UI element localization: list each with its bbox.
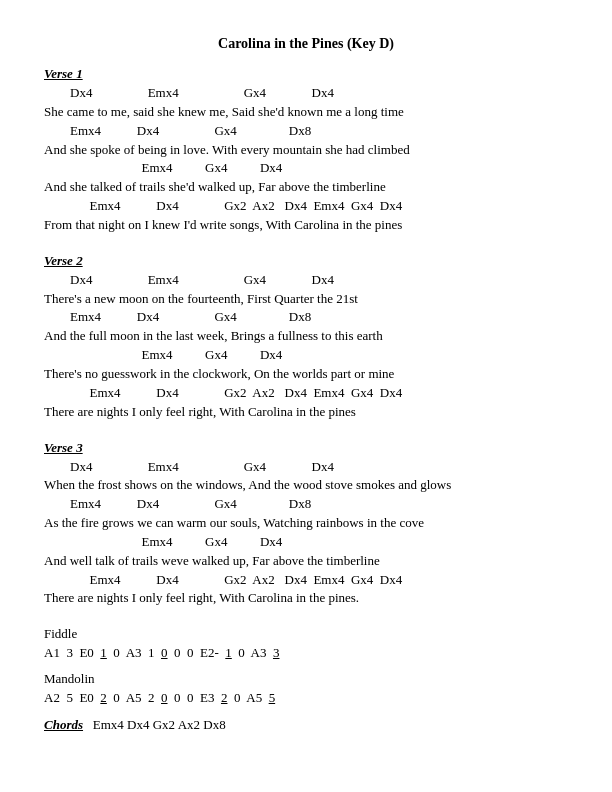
verse-1-line-6: Emx4 Dx4 Gx2 Ax2 Dx4 Emx4 Gx4 Dx4 [44, 197, 568, 216]
verse-2-line-4: Emx4 Gx4 Dx4 [44, 346, 568, 365]
verse-3-label: Verse 3 [44, 440, 568, 456]
verse-2-line-7: There are nights I only feel right, With… [44, 403, 568, 422]
verse-1-line-4: Emx4 Gx4 Dx4 [44, 159, 568, 178]
verse-2-line-1: There's a new moon on the fourteenth, Fi… [44, 290, 568, 309]
verse-2-label: Verse 2 [44, 253, 568, 269]
verse-1-line-7: From that night on I knew I'd write song… [44, 216, 568, 235]
fiddle-section: Fiddle A1 3 E0 1 0 A3 1 0 0 0 E2- 1 0 A3… [44, 626, 568, 663]
mandolin-label: Mandolin [44, 671, 568, 687]
verse-3-line-5: And well talk of trails weve walked up, … [44, 552, 568, 571]
fiddle-label: Fiddle [44, 626, 568, 642]
verse-1-label: Verse 1 [44, 66, 568, 82]
page-title: Carolina in the Pines (Key D) [44, 36, 568, 52]
verse-2-line-2: Emx4 Dx4 Gx4 Dx8 [44, 308, 568, 327]
verse-2-line-6: Emx4 Dx4 Gx2 Ax2 Dx4 Emx4 Gx4 Dx4 [44, 384, 568, 403]
chords-label: Chords [44, 717, 83, 732]
verse-1-line-2: Emx4 Dx4 Gx4 Dx8 [44, 122, 568, 141]
verse-3-line-3: As the fire grows we can warm our souls,… [44, 514, 568, 533]
verse-1-line-5: And she talked of trails she'd walked up… [44, 178, 568, 197]
verse-3-line-0: Dx4 Emx4 Gx4 Dx4 [44, 458, 568, 477]
verse-1-line-3: And she spoke of being in love. With eve… [44, 141, 568, 160]
verse-3-block: Verse 3 Dx4 Emx4 Gx4 Dx4 When the frost … [44, 440, 568, 609]
mandolin-section: Mandolin A2 5 E0 2 0 A5 2 0 0 0 E3 2 0 A… [44, 671, 568, 708]
verse-2-block: Verse 2 Dx4 Emx4 Gx4 Dx4 There's a new m… [44, 253, 568, 422]
verse-1-block: Verse 1 Dx4 Emx4 Gx4 Dx4 She came to me,… [44, 66, 568, 235]
verse-2-line-3: And the full moon in the last week, Brin… [44, 327, 568, 346]
verse-3-line-6: Emx4 Dx4 Gx2 Ax2 Dx4 Emx4 Gx4 Dx4 [44, 571, 568, 590]
chords-line: Chords Emx4 Dx4 Gx2 Ax2 Dx8 [44, 717, 568, 733]
verse-3-line-2: Emx4 Dx4 Gx4 Dx8 [44, 495, 568, 514]
chords-value: Emx4 Dx4 Gx2 Ax2 Dx8 [93, 717, 226, 732]
verse-3-line-4: Emx4 Gx4 Dx4 [44, 533, 568, 552]
verse-1-line-1: She came to me, said she knew me, Said s… [44, 103, 568, 122]
verse-3-line-7: There are nights I only feel right, With… [44, 589, 568, 608]
chords-section: Chords Emx4 Dx4 Gx2 Ax2 Dx8 [44, 717, 568, 733]
verse-3-line-1: When the frost shows on the windows, And… [44, 476, 568, 495]
fiddle-line: A1 3 E0 1 0 A3 1 0 0 0 E2- 1 0 A3 3 [44, 643, 568, 663]
mandolin-line: A2 5 E0 2 0 A5 2 0 0 0 E3 2 0 A5 5 [44, 688, 568, 708]
verse-1-line-0: Dx4 Emx4 Gx4 Dx4 [44, 84, 568, 103]
verse-2-line-5: There's no guesswork in the clockwork, O… [44, 365, 568, 384]
verse-2-line-0: Dx4 Emx4 Gx4 Dx4 [44, 271, 568, 290]
